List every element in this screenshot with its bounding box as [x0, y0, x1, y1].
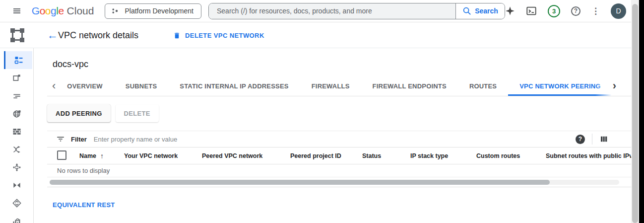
tab-firewall-endpoints[interactable]: FIREWALL ENDPOINTS — [361, 76, 458, 96]
cloud-shell-button[interactable] — [526, 5, 537, 16]
tab-label: VPC NETWORK PEERING — [519, 82, 600, 90]
firewall-icon — [12, 127, 22, 137]
delete-peering-button[interactable]: DELETE — [116, 104, 159, 122]
cloud-shell-icon — [526, 5, 537, 16]
overflow-menu-button[interactable]: ⋮ — [591, 7, 600, 15]
filter-input[interactable] — [93, 135, 570, 144]
logo-cloud-text: Cloud — [67, 5, 94, 17]
delete-vpc-network-button[interactable]: DELETE VPC NETWORK — [170, 31, 267, 40]
logo-letter: G — [32, 5, 40, 17]
tab-scroll-left-button[interactable]: ‹ — [52, 76, 56, 96]
global-search: Search — [208, 3, 505, 19]
column-header-your-vpc-network: Your VPC network — [124, 152, 202, 159]
sidebar-item-network-intelligence[interactable] — [0, 212, 33, 223]
select-all-checkbox[interactable] — [57, 150, 66, 160]
tab-label: SUBNETS — [126, 82, 157, 90]
tab-label: ROUTES — [469, 82, 497, 90]
search-button[interactable]: Search — [455, 3, 505, 19]
table-filter-bar: Filter ? — [47, 131, 631, 148]
filter-icon — [56, 135, 65, 144]
tab-overview[interactable]: OVERVIEW — [56, 76, 114, 96]
search-icon — [462, 6, 471, 15]
avatar: D — [611, 3, 626, 19]
column-label: Name — [79, 152, 96, 159]
columns-icon — [599, 135, 608, 144]
column-header-subnet-routes: Subnet routes with public IPv — [546, 152, 631, 159]
sort-ascending-icon: ↑ — [100, 152, 104, 160]
project-icon — [111, 7, 120, 15]
logo-letter: e — [58, 5, 64, 17]
peering-toolbar: ADD PEERING DELETE — [47, 104, 631, 122]
serverless-vpc-access-icon — [12, 198, 22, 208]
tab-scroll-right-button[interactable]: › — [613, 80, 616, 91]
help-icon: ? — [571, 6, 580, 16]
column-header-status: Status — [362, 152, 410, 159]
browser-scrollbar — [631, 0, 639, 223]
peering-table-card: Filter ? Name ↑ — [47, 131, 631, 187]
scrollbar-track — [50, 180, 619, 185]
delete-vpc-network-label: DELETE VPC NETWORK — [185, 32, 264, 39]
project-name: Platform Development — [125, 7, 193, 15]
chevron-left-icon: ‹ — [52, 79, 56, 92]
main-content: docs-vpc ‹ OVERVIEW SUBNETS STATIC INTER… — [34, 48, 631, 223]
page-title: VPC network details — [58, 30, 138, 41]
search-input-area — [209, 3, 455, 19]
scrollbar-thumb[interactable] — [50, 180, 550, 185]
equivalent-rest-link[interactable]: EQUIVALENT REST — [53, 201, 115, 209]
sidebar-item-serverless-vpc-access[interactable] — [0, 194, 33, 212]
back-button[interactable]: ← — [47, 30, 58, 41]
tab-scroll-right-area: › — [595, 76, 631, 96]
tab-firewalls[interactable]: FIREWALLS — [300, 76, 361, 96]
tab-routes[interactable]: ROUTES — [458, 76, 508, 96]
hamburger-icon — [12, 6, 21, 15]
project-selector[interactable]: Platform Development — [105, 3, 201, 19]
column-header-peered-project-id: Peered project ID — [290, 152, 362, 159]
topbar-actions: 3 ? ⋮ D — [505, 3, 631, 19]
column-display-button[interactable] — [599, 135, 608, 144]
sidebar-item-internal-ranges[interactable] — [0, 105, 33, 123]
google-cloud-logo[interactable]: G o o g l e Cloud — [32, 5, 94, 17]
bring-your-own-ip-icon — [12, 91, 22, 101]
table-horizontal-scrollbar — [47, 177, 631, 187]
search-button-label: Search — [475, 7, 498, 15]
filter-label: Filter — [71, 136, 87, 143]
account-button[interactable]: D — [611, 3, 626, 19]
logo-letter: g — [51, 5, 56, 17]
overflow-menu-icon: ⋮ — [591, 7, 600, 15]
tab-subnets[interactable]: SUBNETS — [114, 76, 169, 96]
trash-icon — [173, 31, 181, 40]
vpc-networks-icon — [14, 55, 24, 65]
sidebar-item-firewall[interactable] — [0, 123, 33, 141]
divider — [592, 134, 592, 145]
help-button[interactable]: ? — [571, 6, 580, 16]
sidebar-item-shared-vpc[interactable] — [0, 176, 33, 194]
tab-static-internal-ip-addresses[interactable]: STATIC INTERNAL IP ADDRESSES — [168, 76, 300, 96]
search-input[interactable] — [216, 6, 449, 15]
sidebar-item-routes[interactable] — [0, 141, 33, 158]
filter-help-icon[interactable]: ? — [576, 135, 585, 144]
network-intelligence-icon — [12, 216, 22, 223]
add-peering-button[interactable]: ADD PEERING — [47, 104, 111, 122]
column-header-custom-routes: Custom routes — [476, 152, 546, 159]
column-header-name[interactable]: Name ↑ — [79, 152, 124, 160]
sidebar-item-ip-addresses[interactable] — [0, 69, 33, 87]
table-header-row: Name ↑ Your VPC network Peered VPC netwo… — [47, 148, 631, 164]
sidebar-item-vpc-networks[interactable] — [4, 51, 32, 69]
sidebar-item-vpc-network-peering[interactable] — [0, 158, 33, 176]
vpc-network-peering-icon — [12, 162, 22, 172]
main-menu-button[interactable] — [7, 1, 27, 21]
browser-scrollbar-thumb[interactable] — [632, 4, 638, 223]
notification-count-badge: 3 — [548, 5, 560, 17]
ip-addresses-icon — [12, 73, 22, 83]
chevron-right-icon: › — [613, 79, 616, 92]
tab-label: OVERVIEW — [67, 82, 102, 90]
routes-icon — [12, 145, 22, 154]
column-header-ip-stack-type: IP stack type — [410, 152, 476, 159]
notifications-button[interactable]: 3 — [548, 5, 560, 17]
tab-bar: ‹ OVERVIEW SUBNETS STATIC INTERNAL IP AD… — [47, 76, 631, 96]
internal-ranges-icon — [12, 109, 22, 119]
top-app-bar: G o o g l e Cloud Platform Development S… — [0, 0, 631, 22]
gemini-button[interactable] — [505, 6, 515, 16]
sidebar-item-bring-your-own-ip[interactable] — [0, 87, 33, 105]
table-empty-message: No rows to display — [47, 164, 631, 177]
